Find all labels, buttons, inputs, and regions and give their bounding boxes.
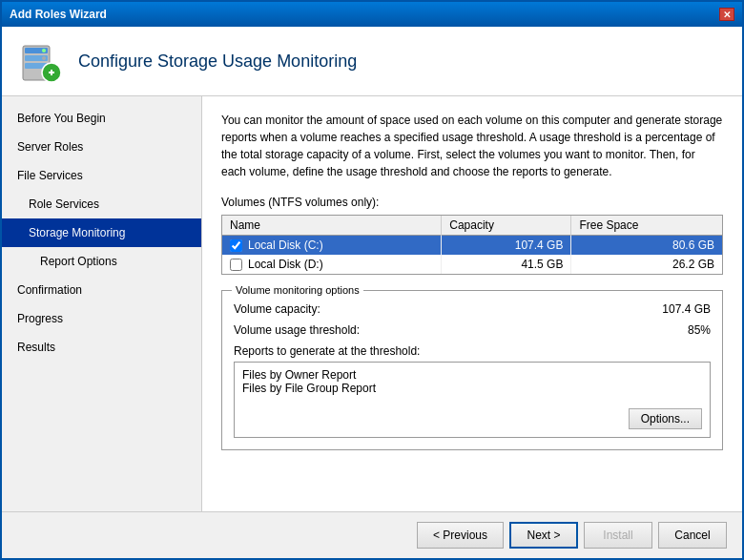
- wizard-title: Configure Storage Usage Monitoring: [78, 52, 357, 72]
- monitoring-options-legend: Volume monitoring options: [232, 284, 363, 296]
- main-content: Before You BeginServer RolesFile Service…: [2, 96, 742, 511]
- col-freespace: Free Space: [571, 216, 722, 236]
- volumes-table: Name Capacity Free Space Local Disk (C:)…: [222, 216, 722, 274]
- volume-name: Local Disk (D:): [248, 258, 323, 271]
- options-button[interactable]: Options...: [629, 408, 702, 429]
- col-name: Name: [222, 216, 442, 236]
- wizard-header: Configure Storage Usage Monitoring: [2, 27, 742, 96]
- report-item: Files by Owner Report: [242, 368, 702, 382]
- sidebar-item-file-services[interactable]: File Services: [2, 161, 201, 190]
- sidebar-item-results[interactable]: Results: [2, 333, 201, 362]
- reports-label: Reports to generate at the threshold:: [234, 344, 711, 358]
- description-text: You can monitor the amount of space used…: [221, 112, 723, 180]
- sidebar-item-progress[interactable]: Progress: [2, 304, 201, 333]
- volumes-label: Volumes (NTFS volumes only):: [221, 196, 723, 209]
- table-row[interactable]: Local Disk (D:)41.5 GB26.2 GB: [222, 255, 722, 274]
- wizard-window: Add Roles Wizard ✕ Configure Storage Usa…: [0, 0, 744, 560]
- title-bar: Add Roles Wizard ✕: [2, 2, 742, 27]
- window-title: Add Roles Wizard: [10, 8, 107, 21]
- prev-button[interactable]: < Previous: [417, 522, 504, 549]
- monitoring-options-box: Volume monitoring options Volume capacit…: [221, 290, 723, 450]
- col-capacity: Capacity: [442, 216, 571, 236]
- svg-rect-8: [51, 70, 52, 75]
- volume-checkbox-1[interactable]: [230, 259, 242, 271]
- wizard-icon: [17, 38, 63, 84]
- close-button[interactable]: ✕: [719, 8, 734, 21]
- reports-box: Files by Owner ReportFiles by File Group…: [234, 362, 711, 438]
- volume-name: Local Disk (C:): [248, 239, 323, 252]
- volume-freespace: 80.6 GB: [571, 236, 722, 256]
- footer: < Previous Next > Install Cancel: [2, 511, 742, 558]
- volume-freespace: 26.2 GB: [571, 255, 722, 274]
- cancel-button[interactable]: Cancel: [658, 522, 727, 549]
- sidebar-item-report-options[interactable]: Report Options: [2, 247, 201, 276]
- capacity-value: 107.4 GB: [662, 302, 711, 316]
- threshold-value: 85%: [688, 323, 711, 337]
- sidebar-item-storage-monitoring[interactable]: Storage Monitoring: [2, 218, 201, 247]
- volume-capacity: 107.4 GB: [442, 236, 571, 256]
- next-button[interactable]: Next >: [509, 522, 578, 549]
- volumes-table-container: Name Capacity Free Space Local Disk (C:)…: [221, 215, 723, 275]
- sidebar: Before You BeginServer RolesFile Service…: [2, 96, 202, 511]
- report-item: Files by File Group Report: [242, 382, 702, 395]
- install-button[interactable]: Install: [584, 522, 652, 549]
- threshold-row: Volume usage threshold: 85%: [234, 323, 711, 337]
- threshold-label: Volume usage threshold:: [234, 323, 360, 337]
- sidebar-item-confirmation[interactable]: Confirmation: [2, 276, 201, 304]
- svg-point-4: [42, 49, 46, 52]
- sidebar-item-role-services[interactable]: Role Services: [2, 190, 201, 218]
- sidebar-item-before-you-begin[interactable]: Before You Begin: [2, 104, 201, 133]
- capacity-row: Volume capacity: 107.4 GB: [234, 302, 711, 316]
- table-row[interactable]: Local Disk (C:)107.4 GB80.6 GB: [222, 236, 722, 256]
- volume-capacity: 41.5 GB: [442, 255, 571, 274]
- volume-checkbox-0[interactable]: [230, 239, 242, 252]
- content-area: You can monitor the amount of space used…: [202, 96, 742, 511]
- svg-point-5: [42, 56, 46, 60]
- capacity-label: Volume capacity:: [234, 302, 320, 316]
- sidebar-item-server-roles[interactable]: Server Roles: [2, 133, 201, 161]
